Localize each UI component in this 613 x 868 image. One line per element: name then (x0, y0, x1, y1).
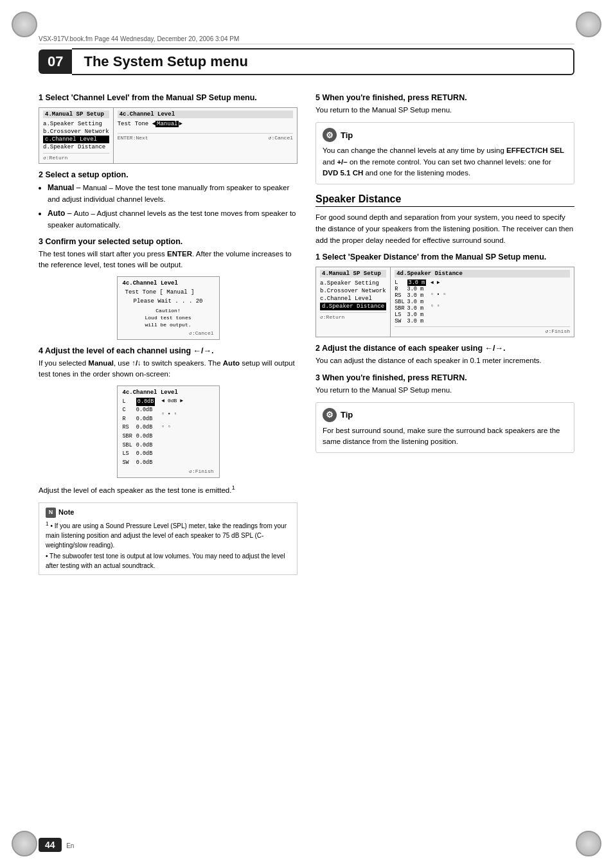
sd-step-3: 3 When you're finished, press RETURN. Yo… (315, 373, 574, 396)
sd-screen-right-panel: 4d.Speaker Distance LRRSSBLSBRLSSW 3.0 m… (391, 267, 574, 337)
tip-1-body: You can change the channel levels at any… (323, 145, 567, 179)
sd-screen-item-a: a.Speaker Setting (320, 279, 386, 287)
screen1-item-a: a.Speaker Setting (43, 120, 109, 128)
corner-decoration-tl (12, 12, 37, 37)
screen1-item-d: d.Speaker Distance (43, 143, 109, 151)
screen-right-panel-1: 4c.Channel Level Test Tone ◄Manual► ENTE… (114, 108, 297, 163)
tip-box-1: ⚙ Tip You can change the channel levels … (315, 122, 574, 184)
screen-left-panel-1: 4.Manual SP Setup a.Speaker Setting b.Cr… (39, 108, 114, 163)
sd-bar-indicators: ◄ ► ▫ ▪ ▫ ▫ ▫ (431, 279, 446, 324)
tip-2-body: For best surround sound, make sure the s… (323, 425, 567, 448)
step-5-title: 5 When you're finished, press RETURN. (315, 93, 574, 102)
step-1: 1 Select 'Channel Level' from the Manual… (39, 93, 298, 164)
step-4-body1: If you selected Manual, use ↑/↓ to switc… (39, 358, 298, 380)
note-line-2: • The subwoofer test tone is output at l… (46, 551, 290, 571)
sd-screen-left-panel: 4.Manual SP Setup a.Speaker Setting b.Cr… (316, 267, 391, 337)
corner-decoration-br (576, 831, 601, 856)
screen3-bar-indicators: ◄ 0dB ► ▫ ▪ ▫ ▫ ▫ (161, 398, 183, 468)
sd-step-1-title: 1 Select 'Speaker Distance' from the Man… (315, 252, 574, 261)
sd-screen-right-title: 4d.Speaker Distance (395, 270, 570, 278)
step-1-title: 1 Select 'Channel Level' from the Manual… (39, 93, 298, 102)
left-column: 1 Select 'Channel Level' from the Manual… (39, 93, 298, 829)
screen2-caution: Caution! Loud test tones will be output. (123, 307, 214, 329)
screen1-right-footer: ENTER:Next ↺:Cancel (118, 133, 293, 141)
screen-mockup-1: 4.Manual SP Setup a.Speaker Setting b.Cr… (39, 107, 298, 164)
step-4: 4 Adjust the level of each channel using… (39, 346, 298, 496)
header-text: VSX-917V.book.fm Page 44 Wednesday, Dece… (39, 35, 239, 42)
sd-step-2: 2 Adjust the distance of each speaker us… (315, 344, 574, 366)
chapter-number: 07 (39, 49, 72, 74)
note-box: N Note 1 • If you are using a Sound Pres… (39, 502, 298, 575)
chapter-title: The System Setup menu (72, 48, 574, 75)
screen-mockup-2: 4c.Channel Level Test Tone [ Manual ] Pl… (117, 276, 220, 341)
screen3-values: 0.0dB 0.0dB 0.0dB 0.0dB 0.0dB 0.0dB 0.0d… (136, 398, 155, 468)
screen2-caution1: Caution! (123, 307, 214, 314)
screen1-footer: ↺:Return (43, 153, 109, 161)
sd-step-2-title: 2 Adjust the distance of each speaker us… (315, 344, 574, 353)
step-2-body: Manual – Manual – Move the test tone man… (39, 182, 298, 231)
sd-screen-left-title: 4.Manual SP Setup (320, 270, 386, 278)
note-line-1: 1 • If you are using a Sound Pressure Le… (46, 520, 290, 550)
tip-box-2: ⚙ Tip For best surround sound, make sure… (315, 402, 574, 454)
header-bar: VSX-917V.book.fm Page 44 Wednesday, Dece… (39, 35, 574, 44)
screen2-wait: Please Wait . . . 20 (123, 298, 214, 305)
speaker-distance-section: Speaker Distance For good sound depth an… (315, 193, 574, 453)
screen1-right-title: 4c.Channel Level (118, 111, 293, 118)
tip-1-icon: ⚙ (323, 128, 337, 142)
step-4-body2: Adjust the level of each speaker as the … (39, 483, 298, 496)
step-3-title: 3 Confirm your selected setup option. (39, 237, 298, 246)
screen2-footer: ↺:Cancel (123, 330, 214, 336)
screen2-title: 4c.Channel Level (123, 280, 214, 287)
sd-heading: Speaker Distance (315, 193, 574, 207)
page-number-area: 44 En (39, 838, 74, 852)
sd-screen-item-d: d.Speaker Distance (320, 303, 386, 310)
screen1-item-c: c.Channel Level (43, 136, 109, 143)
screen1-footer-left: ↺:Return (43, 155, 67, 161)
tip-2-icon: ⚙ (323, 408, 337, 422)
screen2-caution2: Loud test tones (123, 314, 214, 321)
screen2-line1: Test Tone [ Manual ] (123, 289, 214, 296)
step-5: 5 When you're finished, press RETURN. Yo… (315, 93, 574, 116)
step-2: 2 Select a setup option. Manual – Manual… (39, 170, 298, 231)
step-3: 3 Confirm your selected setup option. Th… (39, 237, 298, 340)
note-icon: N (46, 508, 56, 518)
step-2-manual: Manual – Manual – Move the test tone man… (48, 182, 298, 206)
sd-ch-labels: LRRSSBLSBRLSSW (395, 279, 404, 324)
screen3-table: L C R RS SBR SBL LS SW 0.0dB 0.0dB 0.0dB… (123, 398, 214, 468)
screen2-caution3: will be output. (123, 321, 214, 328)
screen1-right-content: Test Tone ◄Manual► (118, 120, 293, 128)
sd-screen-footer-left: ↺:Return (320, 312, 386, 320)
step-2-auto: Auto – Auto – Adjust channel levels as t… (48, 208, 298, 231)
screen3-labels: L C R RS SBR SBL LS SW (123, 398, 132, 468)
sd-step-1: 1 Select 'Speaker Distance' from the Man… (315, 252, 574, 337)
chapter-title-area: 07 The System Setup menu (39, 48, 574, 75)
sd-screen-item-c: c.Channel Level (320, 295, 386, 303)
note-title: N Note (46, 507, 290, 518)
tip-1-title: ⚙ Tip (323, 128, 567, 142)
corner-decoration-tr (576, 12, 601, 37)
sd-screen-rows: LRRSSBLSBRLSSW 3.0 m 3.0 m3.0 m3.0 m3.0 … (395, 279, 570, 324)
sd-step-2-body: You can adjust the distance of each spea… (315, 355, 574, 366)
sd-step-3-title: 3 When you're finished, press RETURN. (315, 373, 574, 382)
corner-decoration-bl (12, 831, 37, 856)
sd-screen-mockup: 4.Manual SP Setup a.Speaker Setting b.Cr… (315, 267, 574, 337)
sd-screen-footer-right: ↺:Finish (395, 326, 570, 334)
right-column: 5 When you're finished, press RETURN. Yo… (315, 93, 574, 829)
screen1-left-title: 4.Manual SP Setup (43, 111, 109, 118)
sd-step-3-body: You return to the Manual SP Setup menu. (315, 385, 574, 396)
content-area: 1 Select 'Channel Level' from the Manual… (39, 93, 574, 829)
screen-mockup-3: 4c.Channel Level L C R RS SBR SBL LS SW … (117, 385, 220, 479)
screen3-title: 4c.Channel Level (123, 389, 214, 396)
screen1-footer-center: ENTER:Next (118, 135, 148, 141)
footnote-ref: 1 (231, 484, 235, 491)
screen3-footer: ↺:Finish (123, 468, 214, 474)
sd-screen-item-b: b.Crossover Network (320, 287, 386, 295)
step-3-body: The test tones will start after you pres… (39, 249, 298, 271)
screen1-footer-right: ↺:Cancel (269, 135, 293, 141)
step-4-title: 4 Adjust the level of each channel using… (39, 346, 298, 355)
step-5-body: You return to the Manual SP Setup menu. (315, 105, 574, 116)
step-2-title: 2 Select a setup option. (39, 170, 298, 179)
sd-body: For good sound depth and separation from… (315, 212, 574, 246)
page-lang: En (66, 842, 74, 849)
page-number: 44 (39, 838, 62, 852)
